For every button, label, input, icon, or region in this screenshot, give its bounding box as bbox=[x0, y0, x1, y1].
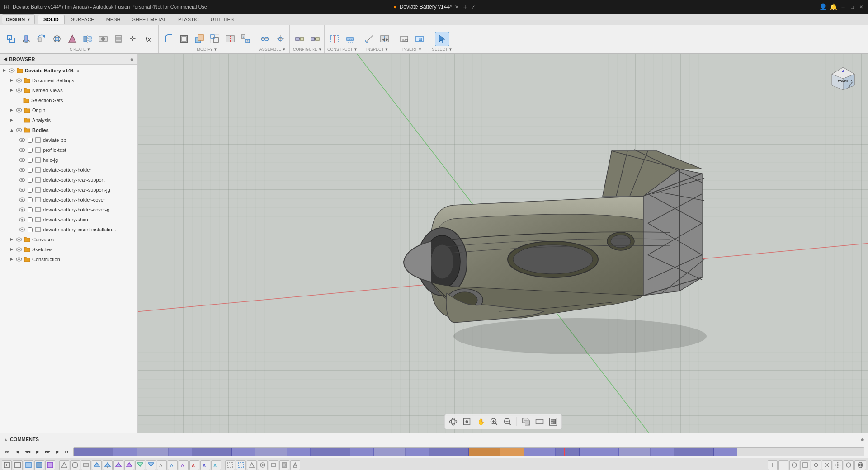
new-tab-icon[interactable]: + bbox=[463, 3, 467, 10]
tree-item-origin[interactable]: Origin bbox=[0, 105, 137, 115]
ab-btn-13[interactable] bbox=[135, 460, 145, 470]
close-tab-icon[interactable]: ✕ bbox=[455, 4, 459, 10]
doc-settings-expand-icon[interactable] bbox=[9, 78, 14, 83]
tree-item-selection-sets[interactable]: Selection Sets bbox=[0, 95, 137, 105]
create-dropdown-icon[interactable]: ▼ bbox=[87, 47, 90, 52]
body-check-0[interactable] bbox=[27, 137, 33, 143]
ab-btn-23[interactable] bbox=[247, 460, 257, 470]
insert-dropdown-icon[interactable]: ▼ bbox=[418, 47, 422, 52]
bodies-expand-icon[interactable] bbox=[9, 127, 14, 133]
body-eye-icon-9[interactable] bbox=[19, 226, 25, 233]
browser-settings-btn[interactable]: ● bbox=[130, 56, 134, 63]
ab-right-btn-3[interactable] bbox=[789, 460, 799, 470]
tree-item-body-7[interactable]: deviate-battery-holder-cover-g... bbox=[0, 205, 137, 215]
doc-settings-eye-icon[interactable] bbox=[16, 77, 22, 84]
help-icon[interactable]: ? bbox=[472, 4, 475, 10]
ab-btn-17[interactable]: A bbox=[179, 460, 189, 470]
construction-expand-icon[interactable] bbox=[9, 257, 14, 262]
pan-btn[interactable]: ✋ bbox=[474, 416, 486, 428]
timeline-start-btn[interactable]: ⏮ bbox=[4, 448, 12, 456]
ab-right-btn-1[interactable] bbox=[768, 460, 778, 470]
origin-eye-icon[interactable] bbox=[16, 107, 22, 113]
sweep-btn[interactable] bbox=[50, 32, 64, 46]
body-check-4[interactable] bbox=[27, 177, 33, 183]
comments-expand-btn[interactable]: ▲ bbox=[4, 437, 8, 442]
fillet-btn[interactable] bbox=[161, 32, 176, 46]
tree-item-document-settings[interactable]: Document Settings bbox=[0, 75, 137, 85]
joint-btn[interactable] bbox=[258, 32, 272, 46]
body-check-8[interactable] bbox=[27, 216, 33, 223]
ab-btn-21[interactable] bbox=[225, 460, 235, 470]
config-btn2[interactable] bbox=[308, 32, 322, 46]
tab-solid[interactable]: SOLID bbox=[38, 15, 65, 24]
orbit-btn[interactable] bbox=[447, 416, 459, 428]
tree-item-body-1[interactable]: profile-test bbox=[0, 145, 137, 155]
tree-item-body-6[interactable]: deviate-battery-holder-cover bbox=[0, 195, 137, 205]
ab-btn-27[interactable] bbox=[290, 460, 300, 470]
timeline-prev-step-btn[interactable]: ◀◀ bbox=[24, 448, 32, 456]
tab-sheet-metal[interactable]: SHEET METAL bbox=[127, 15, 171, 24]
ab-btn-11[interactable] bbox=[113, 460, 123, 470]
tree-item-construction[interactable]: Construction bbox=[0, 254, 137, 264]
assemble-dropdown-icon[interactable]: ▼ bbox=[282, 47, 286, 52]
split-body-btn[interactable] bbox=[223, 32, 237, 46]
ab-btn-16[interactable]: A bbox=[168, 460, 178, 470]
analysis-expand-icon[interactable] bbox=[9, 118, 14, 123]
zoom-to-fit-btn[interactable] bbox=[501, 416, 513, 428]
ab-btn-1[interactable] bbox=[2, 460, 12, 470]
new-component-btn[interactable] bbox=[4, 32, 18, 46]
mirror-btn[interactable] bbox=[80, 32, 95, 46]
ab-btn-7[interactable] bbox=[70, 460, 80, 470]
zoom-btn[interactable] bbox=[488, 416, 500, 428]
body-check-7[interactable] bbox=[27, 207, 33, 213]
tree-item-body-2[interactable]: hole-jg bbox=[0, 155, 137, 165]
measure-btn[interactable] bbox=[362, 32, 377, 46]
insert-canvas-btn[interactable]: 🖼 bbox=[412, 32, 427, 46]
tree-item-canvases[interactable]: Canvases bbox=[0, 235, 137, 244]
viewport[interactable]: FRONT RIGHT Z ✋ bbox=[138, 54, 868, 433]
timeline-next-step-btn[interactable]: ▶▶ bbox=[43, 448, 52, 456]
tab-plastic[interactable]: PLASTIC bbox=[173, 15, 204, 24]
body-check-5[interactable] bbox=[27, 187, 33, 193]
construction-eye-icon[interactable] bbox=[16, 256, 22, 263]
body-eye-icon-3[interactable] bbox=[19, 167, 25, 173]
body-eye-icon-7[interactable] bbox=[19, 207, 25, 213]
thread-btn[interactable] bbox=[111, 32, 126, 46]
ab-btn-4[interactable] bbox=[34, 460, 44, 470]
timeline-prev-btn[interactable]: ◀ bbox=[14, 448, 22, 456]
tree-item-sketches[interactable]: Sketches bbox=[0, 244, 137, 254]
browser-collapse-btn[interactable]: ◀ bbox=[4, 56, 7, 61]
inspect-dropdown-icon[interactable]: ▼ bbox=[385, 47, 388, 52]
ab-btn-18[interactable]: A bbox=[189, 460, 199, 470]
tree-item-analysis[interactable]: Analysis bbox=[0, 115, 137, 125]
ab-settings-btn[interactable] bbox=[854, 460, 866, 470]
tree-item-body-9[interactable]: deviate-battery-insert-installatio... bbox=[0, 225, 137, 235]
loft-btn[interactable] bbox=[65, 32, 80, 46]
3d-model[interactable] bbox=[363, 124, 716, 363]
timeline-end-btn[interactable]: ⏭ bbox=[63, 448, 71, 456]
ab-right-btn-5[interactable] bbox=[811, 460, 821, 470]
tree-item-body-0[interactable]: deviate-bb bbox=[0, 135, 137, 145]
ab-btn-8[interactable] bbox=[81, 460, 91, 470]
insert-mcmaster-btn[interactable]: IMG bbox=[397, 32, 411, 46]
ab-btn-3[interactable] bbox=[24, 460, 33, 470]
body-check-3[interactable] bbox=[27, 167, 33, 173]
canvases-eye-icon[interactable] bbox=[16, 236, 22, 243]
ab-btn-14[interactable] bbox=[146, 460, 156, 470]
tree-item-body-4[interactable]: deviate-battery-rear-support bbox=[0, 175, 137, 185]
timeline-play-btn[interactable]: ▶ bbox=[33, 448, 42, 456]
origin-expand-icon[interactable] bbox=[9, 108, 14, 113]
body-eye-icon-6[interactable] bbox=[19, 197, 25, 203]
body-eye-icon-4[interactable] bbox=[19, 177, 25, 183]
ab-btn-26[interactable] bbox=[279, 460, 289, 470]
root-eye-icon[interactable] bbox=[9, 67, 15, 74]
comments-settings-btn[interactable]: ● bbox=[861, 436, 864, 443]
ab-btn-25[interactable] bbox=[269, 460, 278, 470]
ab-btn-12[interactable] bbox=[124, 460, 134, 470]
ab-right-btn-2[interactable] bbox=[778, 460, 788, 470]
maximize-button[interactable]: □ bbox=[849, 4, 855, 10]
midplane-btn[interactable] bbox=[327, 32, 342, 46]
axis-cube[interactable]: FRONT RIGHT Z bbox=[827, 63, 859, 94]
tab-mesh[interactable]: MESH bbox=[101, 15, 126, 24]
config-btn1[interactable] bbox=[292, 32, 307, 46]
